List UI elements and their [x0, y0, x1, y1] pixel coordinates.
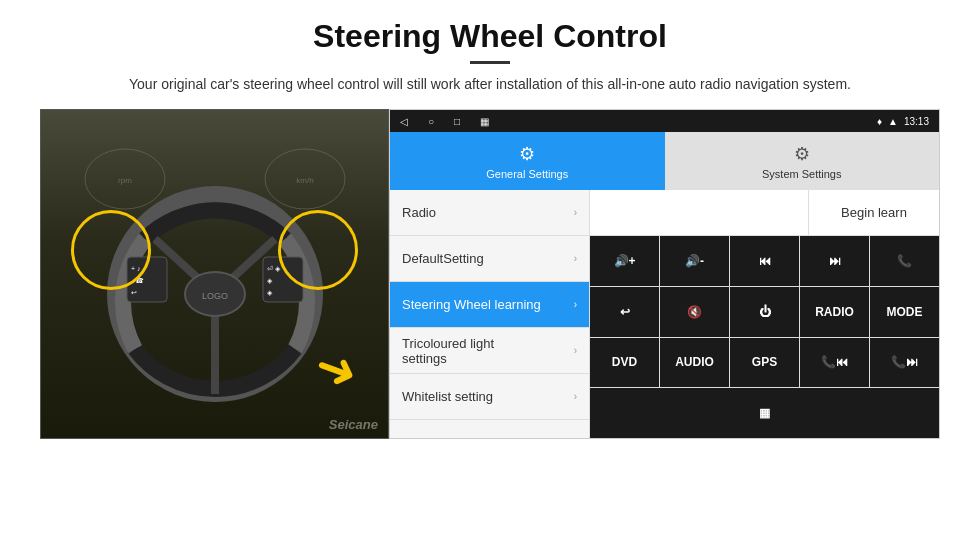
gps-button[interactable]: GPS [730, 338, 800, 388]
time-display: 13:13 [904, 116, 929, 127]
menu-tricoloured-label: Tricoloured lightsettings [402, 336, 494, 366]
return-button[interactable]: ↩ [590, 287, 660, 337]
begin-learn-button[interactable]: Begin learn [809, 190, 939, 235]
menu-defaultsetting-label: DefaultSetting [402, 251, 484, 266]
svg-text:⏎  ◈: ⏎ ◈ [267, 265, 281, 272]
chevron-icon: › [574, 299, 577, 310]
audio-label: AUDIO [675, 355, 714, 369]
panel-blank-area [590, 190, 809, 235]
next-track-icon: ⏭ [829, 254, 841, 268]
volume-up-icon: 🔊+ [614, 254, 636, 268]
prev-track-icon: ⏮ [759, 254, 771, 268]
svg-text:LOGO: LOGO [201, 291, 227, 301]
menu-item-defaultsetting[interactable]: DefaultSetting › [390, 236, 589, 282]
chevron-icon: › [574, 207, 577, 218]
phone-prev-button[interactable]: 📞⏮ [800, 338, 870, 388]
menu-grid-button[interactable]: ▦ [590, 388, 939, 438]
radio-label: RADIO [815, 305, 854, 319]
nav-icons: ◁ ○ □ ▦ [400, 116, 489, 127]
home-icon[interactable]: ○ [428, 116, 434, 127]
tab-general-settings[interactable]: ⚙ General Settings [390, 132, 665, 190]
power-icon: ⏻ [759, 305, 771, 319]
volume-up-button[interactable]: 🔊+ [590, 236, 660, 286]
phone-next-button[interactable]: 📞⏭ [870, 338, 939, 388]
chevron-icon: › [574, 253, 577, 264]
status-bar-right: ♦ ▲ 13:13 [877, 116, 929, 127]
menu-radio-label: Radio [402, 205, 436, 220]
car-image-area: rpm km/h [40, 109, 389, 439]
settings-main: Radio › DefaultSetting › Steering Wheel … [390, 190, 939, 438]
android-ui: ◁ ○ □ ▦ ♦ ▲ 13:13 ⚙ General Settings [389, 109, 940, 439]
wifi-icon: ▲ [888, 116, 898, 127]
audio-button[interactable]: AUDIO [660, 338, 730, 388]
prev-track-button[interactable]: ⏮ [730, 236, 800, 286]
phone-next-icon: 📞⏭ [891, 355, 918, 369]
menu-whitelist-label: Whitelist setting [402, 389, 493, 404]
phone-prev-icon: 📞⏮ [821, 355, 848, 369]
main-content: rpm km/h [40, 109, 940, 439]
power-button[interactable]: ⏻ [730, 287, 800, 337]
menu-grid-icon: ▦ [759, 406, 770, 420]
button-grid: 🔊+ 🔊- ⏮ ⏭ 📞 [590, 236, 939, 438]
settings-tabs: ⚙ General Settings ⚙ System Settings [390, 132, 939, 190]
radio-button[interactable]: RADIO [800, 287, 870, 337]
svg-text:km/h: km/h [296, 176, 313, 185]
mode-button[interactable]: MODE [870, 287, 939, 337]
svg-text:↩: ↩ [131, 289, 137, 296]
settings-menu: Radio › DefaultSetting › Steering Wheel … [390, 190, 590, 438]
button-row-1: 🔊+ 🔊- ⏮ ⏭ 📞 [590, 236, 939, 287]
tab-general-label: General Settings [486, 168, 568, 180]
highlight-circle-left [71, 210, 151, 290]
page-title: Steering Wheel Control [313, 18, 667, 55]
system-settings-icon: ⚙ [794, 143, 810, 165]
menu-item-radio[interactable]: Radio › [390, 190, 589, 236]
page-container: Steering Wheel Control Your original car… [0, 0, 980, 546]
watermark-text: Seicane [329, 417, 378, 432]
gps-label: GPS [752, 355, 777, 369]
general-settings-icon: ⚙ [519, 143, 535, 165]
volume-down-icon: 🔊- [685, 254, 704, 268]
menu-steering-label: Steering Wheel learning [402, 297, 541, 312]
return-icon: ↩ [620, 305, 630, 319]
mute-button[interactable]: 🔇 [660, 287, 730, 337]
button-row-2: ↩ 🔇 ⏻ RADIO MOD [590, 287, 939, 338]
chevron-icon: › [574, 391, 577, 402]
menu-icon[interactable]: ▦ [480, 116, 489, 127]
status-bar: ◁ ○ □ ▦ ♦ ▲ 13:13 [390, 110, 939, 132]
phone-icon: 📞 [897, 254, 912, 268]
settings-panel: Begin learn 🔊+ 🔊- [590, 190, 939, 438]
back-icon[interactable]: ◁ [400, 116, 408, 127]
mode-label: MODE [887, 305, 923, 319]
dvd-button[interactable]: DVD [590, 338, 660, 388]
recent-icon[interactable]: □ [454, 116, 460, 127]
volume-down-button[interactable]: 🔊- [660, 236, 730, 286]
chevron-icon: › [574, 345, 577, 356]
dvd-label: DVD [612, 355, 637, 369]
tab-system-settings[interactable]: ⚙ System Settings [665, 132, 940, 190]
next-track-button[interactable]: ⏭ [800, 236, 870, 286]
panel-top-row: Begin learn [590, 190, 939, 236]
tab-system-label: System Settings [762, 168, 841, 180]
menu-item-steering-wheel[interactable]: Steering Wheel learning › [390, 282, 589, 328]
svg-text:rpm: rpm [118, 176, 132, 185]
highlight-circle-right [278, 210, 358, 290]
button-row-4: ▦ [590, 388, 939, 438]
page-subtitle: Your original car's steering wheel contr… [129, 74, 851, 95]
menu-item-whitelist[interactable]: Whitelist setting › [390, 374, 589, 420]
menu-item-tricoloured[interactable]: Tricoloured lightsettings › [390, 328, 589, 374]
title-divider [470, 61, 510, 64]
phone-button[interactable]: 📞 [870, 236, 939, 286]
mute-icon: 🔇 [687, 305, 702, 319]
button-row-3: DVD AUDIO GPS 📞⏮ [590, 338, 939, 389]
location-icon: ♦ [877, 116, 882, 127]
